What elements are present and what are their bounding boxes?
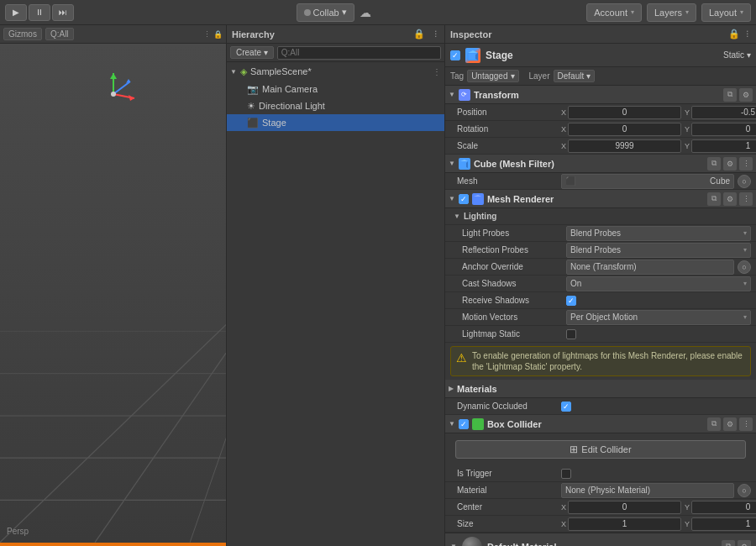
position-x-input[interactable]: 0 [568, 106, 681, 119]
svg-point-18 [111, 92, 116, 97]
anchor-override-row: Anchor Override None (Transform) ○ [445, 259, 756, 276]
material-copy-btn[interactable]: ⧉ [722, 540, 735, 547]
layers-button[interactable]: Layers ▾ [647, 3, 696, 22]
scale-x-input[interactable]: 9999 [568, 139, 681, 153]
object-active-toggle[interactable]: ✓ [450, 50, 460, 60]
box-collider-settings-btn[interactable]: ⚙ [723, 417, 737, 431]
svg-rect-25 [474, 197, 481, 203]
inspector-lock-icon[interactable]: 🔒 [728, 29, 740, 39]
size-x-input[interactable]: 1 [568, 517, 681, 531]
play-button[interactable]: ▶ [5, 4, 27, 21]
camera-icon: 📷 [247, 84, 259, 95]
layer-label: Layer [529, 71, 550, 81]
mesh-filter-icon-menu: ⧉ ⚙ ⋮ [707, 157, 753, 171]
anchor-override-dropdown[interactable]: None (Transform) [566, 260, 734, 275]
rotation-row: Rotation X 0 Y 0 Z 0 [445, 121, 756, 138]
light-probes-dropdown[interactable]: Blend Probes ▾ [566, 226, 751, 241]
mesh-select-btn[interactable]: ○ [738, 175, 751, 188]
mesh-renderer-settings-btn[interactable]: ⚙ [723, 192, 737, 206]
mesh-renderer-copy-btn[interactable]: ⧉ [707, 192, 721, 206]
hierarchy-menu-icon[interactable]: ⋮ [432, 30, 439, 39]
gizmos-button[interactable]: Gizmos [3, 28, 42, 40]
motion-vectors-dropdown[interactable]: Per Object Motion ▾ [566, 310, 751, 325]
is-trigger-value-container [561, 469, 751, 479]
rotation-x-input[interactable]: 0 [568, 123, 681, 136]
lighting-subsection[interactable]: ▼ Lighting [445, 208, 756, 225]
collab-arrow: ▾ [342, 7, 347, 18]
edit-collider-button[interactable]: ⊞ Edit Collider [455, 440, 746, 459]
physic-material-value-container: None (Physic Material) ○ [561, 483, 751, 498]
mesh-renderer-enable-checkbox[interactable]: ✓ [459, 194, 469, 204]
rotation-y-input[interactable]: 0 [691, 123, 756, 136]
static-toggle[interactable]: Static ▾ [723, 50, 751, 60]
scale-y-input[interactable]: 1 [691, 139, 756, 153]
physic-material-dropdown[interactable]: None (Physic Material) [561, 483, 734, 498]
materials-section-header[interactable]: ▶ Materials [445, 380, 756, 398]
size-y-input[interactable]: 1 [691, 517, 756, 531]
hierarchy-search[interactable] [277, 46, 441, 60]
cloud-icon[interactable]: ☁ [360, 6, 371, 19]
hierarchy-scene-row[interactable]: ▼ ◈ SampleScene* ⋮ [227, 62, 444, 81]
mesh-filter-more-btn[interactable]: ⋮ [739, 157, 753, 171]
layout-label: Layout [709, 8, 737, 18]
center-y-input[interactable]: 0 [691, 501, 756, 514]
mesh-filter-copy-btn[interactable]: ⧉ [707, 157, 721, 171]
box-collider-section-header[interactable]: ▼ ✓ Box Collider ⧉ ⚙ ⋮ [445, 415, 756, 433]
lightmap-static-checkbox[interactable] [566, 329, 576, 339]
reflection-probes-dropdown[interactable]: Blend Probes ▾ [566, 243, 751, 258]
tag-value: Untagged [471, 71, 507, 81]
mesh-filter-settings-btn[interactable]: ⚙ [723, 157, 737, 171]
step-button[interactable]: ⏭ [52, 4, 74, 21]
account-button[interactable]: Account ▾ [586, 3, 642, 22]
cast-shadows-dropdown[interactable]: On ▾ [566, 276, 751, 291]
collider-size-xyz: X 1 Y 1 Z 1 [561, 517, 756, 531]
top-toolbar: ▶ ⏸ ⏭ Collab ▾ ☁ Account ▾ Layers ▾ Layo… [0, 0, 756, 25]
rot-x-label: X [561, 125, 566, 134]
warning-text: To enable generation of lightmaps for th… [472, 350, 745, 372]
transform-settings-btn[interactable]: ⚙ [739, 88, 753, 102]
box-collider-more-btn[interactable]: ⋮ [739, 417, 753, 431]
layer-dropdown[interactable]: Default ▾ [554, 70, 596, 82]
layout-button[interactable]: Layout ▾ [701, 3, 751, 22]
material-settings-btn[interactable]: ⚙ [738, 540, 751, 547]
is-trigger-checkbox[interactable] [561, 469, 571, 479]
position-y-input[interactable]: -0.5 [691, 106, 756, 119]
physic-material-label: Material [457, 486, 558, 495]
box-collider-copy-btn[interactable]: ⧉ [707, 417, 721, 431]
receive-shadows-checkbox[interactable]: ✓ [566, 296, 576, 306]
lightmap-static-row: Lightmap Static [445, 326, 756, 343]
mesh-renderer-section-header[interactable]: ▼ ✓ Mesh Renderer ⧉ ⚙ ⋮ [445, 190, 756, 208]
anchor-override-select-btn[interactable]: ○ [738, 260, 751, 274]
rotation-y-field: Y 0 [685, 123, 756, 136]
tag-dropdown[interactable]: Untagged ▾ [467, 70, 518, 82]
hierarchy-item-directional-light[interactable]: ☀ Directional Light [227, 97, 444, 114]
inspector-menu-icon[interactable]: ⋮ [743, 30, 751, 39]
material-sphere-preview [462, 537, 482, 547]
scene-view[interactable]: Persp [0, 44, 226, 543]
create-button[interactable]: Create ▾ [230, 46, 274, 59]
transform-section-header[interactable]: ▼ ⟳ Transform ⧉ ⚙ [445, 86, 756, 104]
mesh-filter-section-header[interactable]: ▼ Cube (Mesh Filter) ⧉ ⚙ ⋮ [445, 155, 756, 173]
scene-options-icon[interactable]: ⋮ [433, 67, 441, 76]
box-collider-enable-checkbox[interactable]: ✓ [459, 419, 469, 429]
hierarchy-panel: Hierarchy 🔒 ⋮ Create ▾ ▼ ◈ SampleScene* … [227, 25, 445, 546]
pause-button[interactable]: ⏸ [29, 4, 50, 21]
center-x-input[interactable]: 0 [568, 501, 681, 514]
mesh-renderer-more-btn[interactable]: ⋮ [739, 192, 753, 206]
collab-button[interactable]: Collab ▾ [297, 3, 354, 22]
reflection-probes-value: Blend Probes [570, 245, 621, 255]
hierarchy-lock-icon[interactable]: 🔒 [413, 29, 425, 39]
scale-x-label: X [561, 142, 566, 150]
transform-copy-btn[interactable]: ⧉ [723, 88, 737, 102]
dynamic-occluded-checkbox[interactable]: ✓ [561, 402, 571, 412]
mesh-dropdown[interactable]: ⬛ Cube [561, 174, 734, 189]
rotation-label: Rotation [457, 124, 558, 134]
scene-search[interactable]: Q:All [45, 28, 74, 40]
hierarchy-item-main-camera[interactable]: 📷 Main Camera [227, 81, 444, 97]
material-collapse-icon: ▼ [450, 543, 457, 546]
motion-vectors-value: Per Object Motion [570, 312, 638, 322]
tag-arrow: ▾ [511, 71, 515, 81]
physic-material-select-btn[interactable]: ○ [738, 484, 751, 497]
light-probes-row: Light Probes Blend Probes ▾ [445, 225, 756, 242]
hierarchy-item-stage[interactable]: ⬛ Stage [227, 114, 444, 131]
